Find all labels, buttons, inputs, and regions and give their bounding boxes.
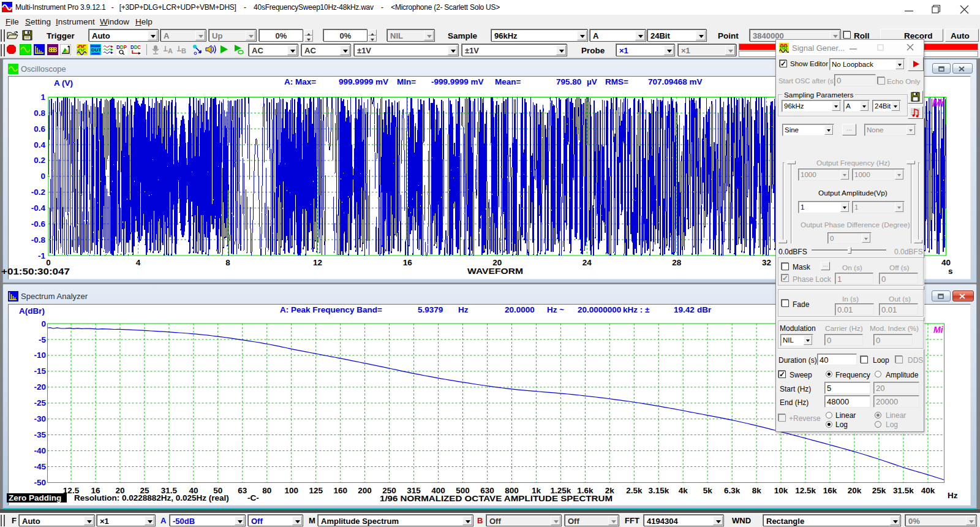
svg-text:DDP: DDP — [116, 44, 127, 50]
svg-text:888: 888 — [48, 46, 57, 53]
svg-text:B: B — [181, 47, 186, 55]
svg-text:A: A — [168, 47, 173, 55]
svg-text:DUT: DUT — [91, 47, 101, 53]
svg-text:DDC: DDC — [130, 44, 141, 50]
